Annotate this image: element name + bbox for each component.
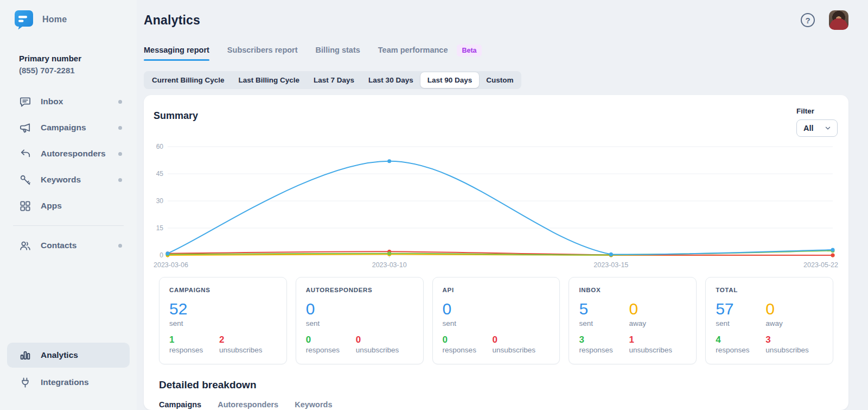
metric-row-primary: 52sent xyxy=(169,300,277,327)
data-point-sent xyxy=(166,251,170,255)
metric-label: responses xyxy=(716,346,765,354)
sidebar-item-inbox[interactable]: Inbox xyxy=(0,89,137,115)
sidebar-item-label: Integrations xyxy=(41,377,89,387)
stat-card-title: AUTORESPONDERS xyxy=(306,287,413,293)
metric-row-primary: 0sent xyxy=(306,300,413,327)
beta-badge: Beta xyxy=(457,45,481,56)
contacts-icon xyxy=(19,239,31,252)
metric-sent: 57sent xyxy=(716,300,765,327)
metric-responses: 0responses xyxy=(306,335,356,355)
tab-billing-stats[interactable]: Billing stats xyxy=(316,46,360,61)
help-icon[interactable]: ? xyxy=(801,13,815,27)
sidebar-item-label: Campaigns xyxy=(41,123,86,133)
unread-dot xyxy=(118,126,122,130)
sidebar-item-label: Analytics xyxy=(41,350,78,360)
filter-select[interactable]: All xyxy=(796,119,838,137)
metric-row-primary: 5sent0away xyxy=(579,300,686,327)
metric-value: 0 xyxy=(443,335,493,345)
home-label: Home xyxy=(42,15,67,24)
sidebar-item-keywords[interactable]: Keywords xyxy=(0,167,137,193)
date-filter-last-90-days[interactable]: Last 90 Days xyxy=(420,72,480,88)
sidebar-item-label: Contacts xyxy=(41,241,76,250)
metric-row-secondary: 1responses2unsubscribes xyxy=(169,335,277,355)
tab-subscribers-report[interactable]: Subscribers report xyxy=(227,46,298,61)
app-root: Home Primary number (855) 707-2281 Inbox… xyxy=(0,0,868,410)
slicktext-logo-icon xyxy=(13,9,35,30)
svg-text:45: 45 xyxy=(156,170,164,178)
sidebar-item-label: Apps xyxy=(41,201,62,211)
metric-value: 52 xyxy=(169,300,219,318)
stat-card-inbox: INBOX5sent0away3responses1unsubscribes xyxy=(569,277,697,364)
main-header: Analytics ? Messaging reportSubscribers … xyxy=(137,0,868,89)
metric-away: 0away xyxy=(629,300,686,327)
brand-row[interactable]: Home xyxy=(0,8,137,31)
stat-card-total: TOTAL57sent0away4responses3unsubscribes xyxy=(705,277,833,364)
metric-value: 1 xyxy=(629,335,686,345)
metric-sent: 0sent xyxy=(443,300,493,327)
metric-unsubscribes: 1unsubscribes xyxy=(629,335,686,355)
metric-row-primary: 0sent xyxy=(443,300,550,327)
plug-icon xyxy=(19,376,31,389)
metric-responses: 1responses xyxy=(169,335,219,355)
sidebar: Home Primary number (855) 707-2281 Inbox… xyxy=(0,0,137,410)
metric-unsubscribes: 0unsubscribes xyxy=(493,335,550,355)
breakdown-tab-campaigns[interactable]: Campaigns xyxy=(159,400,201,410)
inbox-icon xyxy=(19,96,31,108)
data-point-responses xyxy=(387,251,391,255)
breakdown-tab-autoresponders[interactable]: Autoresponders xyxy=(218,400,278,410)
sidebar-bottom-nav: AnalyticsIntegrations xyxy=(0,343,137,397)
metric-sent: 52sent xyxy=(169,300,219,327)
user-avatar[interactable] xyxy=(829,10,848,30)
metric-label: away xyxy=(765,319,823,327)
stat-card-campaigns: CAMPAIGNS52sent1responses2unsubscribes xyxy=(159,277,287,364)
breakdown-title: Detailed breakdown xyxy=(159,379,839,391)
metric-unsubscribes: 3unsubscribes xyxy=(765,335,823,355)
date-filter-last-30-days[interactable]: Last 30 Days xyxy=(361,72,420,88)
sidebar-item-contacts[interactable]: Contacts xyxy=(0,232,137,258)
metric-label: unsubscribes xyxy=(356,346,413,354)
unread-dot xyxy=(118,244,122,248)
primary-number-label: Primary number xyxy=(19,53,124,65)
sidebar-item-autoresponders[interactable]: Autoresponders xyxy=(0,141,137,167)
sidebar-item-analytics[interactable]: Analytics xyxy=(7,343,130,368)
svg-text:60: 60 xyxy=(156,143,164,150)
metric-value: 0 xyxy=(306,335,356,345)
metric-label: unsubscribes xyxy=(629,346,686,354)
date-filter-last-7-days[interactable]: Last 7 Days xyxy=(307,72,361,88)
series-line-sent xyxy=(168,161,833,255)
metric-value: 0 xyxy=(629,300,686,318)
metric-unsubscribes: 2unsubscribes xyxy=(219,335,277,355)
summary-title: Summary xyxy=(154,110,198,122)
tab-messaging-report[interactable]: Messaging report xyxy=(144,46,209,61)
svg-text:0: 0 xyxy=(159,251,163,259)
unread-dot xyxy=(118,178,122,182)
tab-team-performance[interactable]: Team performance xyxy=(378,46,448,61)
metric-sent: 0sent xyxy=(306,300,356,327)
sidebar-item-apps[interactable]: Apps xyxy=(0,193,137,219)
metric-value: 2 xyxy=(219,335,277,345)
key-icon xyxy=(19,174,31,186)
metric-value: 4 xyxy=(716,335,765,345)
metric-label: sent xyxy=(169,319,219,327)
metric-row-secondary: 0responses0unsubscribes xyxy=(443,335,550,355)
date-filter-custom[interactable]: Custom xyxy=(479,72,520,88)
metric-label: unsubscribes xyxy=(219,346,277,354)
report-panel: Summary Filter All 0153045602023-03-0620… xyxy=(144,95,848,410)
data-point-unsubscribes xyxy=(831,254,835,257)
breakdown-tab-keywords[interactable]: Keywords xyxy=(295,400,332,410)
sidebar-item-campaigns[interactable]: Campaigns xyxy=(0,115,137,141)
bar-chart-icon xyxy=(19,349,31,362)
filter-box: Filter All xyxy=(796,107,838,137)
metric-value: 0 xyxy=(765,300,823,318)
sidebar-item-integrations[interactable]: Integrations xyxy=(7,370,130,395)
metric-label: sent xyxy=(443,319,493,327)
metric-label: unsubscribes xyxy=(493,346,550,354)
metric-value: 3 xyxy=(579,335,629,345)
metric-value: 57 xyxy=(716,300,765,318)
stat-card-api: API0sent0responses0unsubscribes xyxy=(432,277,560,364)
metric-label: sent xyxy=(579,319,629,327)
date-filter-current-billing-cycle[interactable]: Current Billing Cycle xyxy=(145,72,232,88)
unread-dot xyxy=(118,152,122,156)
date-filter-last-billing-cycle[interactable]: Last Billing Cycle xyxy=(232,72,307,88)
svg-text:2023-03-10: 2023-03-10 xyxy=(372,261,407,269)
